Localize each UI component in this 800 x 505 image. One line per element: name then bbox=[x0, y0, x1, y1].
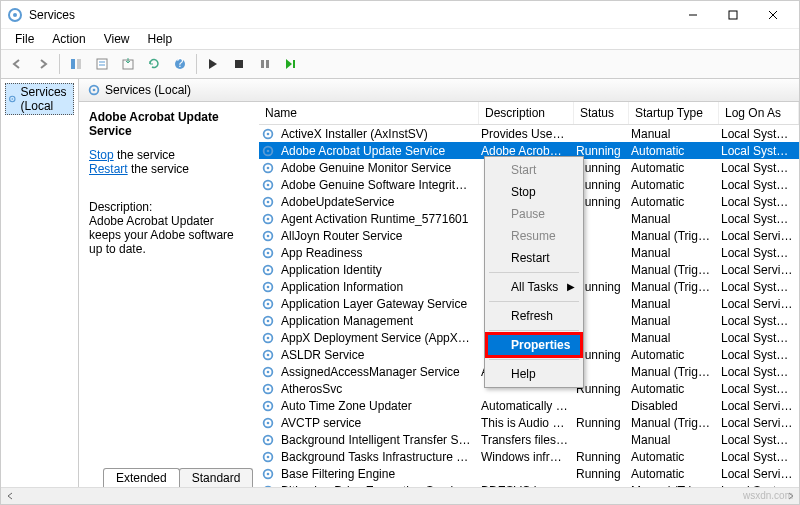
menu-file[interactable]: File bbox=[7, 30, 42, 48]
show-hide-tree-button[interactable] bbox=[64, 52, 88, 76]
svg-point-53 bbox=[267, 387, 270, 390]
tab-standard[interactable]: Standard bbox=[179, 468, 254, 487]
stop-service-button[interactable] bbox=[227, 52, 251, 76]
cell-logon: Local System bbox=[717, 331, 797, 345]
gear-icon bbox=[261, 450, 277, 464]
gear-icon bbox=[261, 297, 277, 311]
gear-icon bbox=[261, 382, 277, 396]
cell-startup: Automatic bbox=[627, 348, 717, 362]
submenu-arrow-icon: ▶ bbox=[567, 281, 575, 292]
cell-logon: Local Service bbox=[717, 297, 797, 311]
ctx-resume[interactable]: Resume bbox=[487, 225, 581, 247]
svg-rect-16 bbox=[266, 60, 269, 68]
maximize-button[interactable] bbox=[713, 1, 753, 29]
cell-name: AtherosSvc bbox=[277, 382, 477, 396]
cell-startup: Manual (Trigg... bbox=[627, 365, 717, 379]
svg-rect-7 bbox=[77, 59, 81, 69]
ctx-properties[interactable]: Properties bbox=[487, 334, 581, 356]
tree-node-label: Services (Local bbox=[21, 85, 71, 113]
ctx-restart[interactable]: Restart bbox=[487, 247, 581, 269]
gear-icon bbox=[261, 365, 277, 379]
service-row[interactable]: AVCTP serviceThis is Audio Vi...RunningM… bbox=[259, 414, 799, 431]
grid-header[interactable]: Name Description Status Startup Type Log… bbox=[259, 102, 799, 125]
refresh-button[interactable] bbox=[142, 52, 166, 76]
cell-name: ASLDR Service bbox=[277, 348, 477, 362]
help-button[interactable]: ? bbox=[168, 52, 192, 76]
service-row[interactable]: Background Tasks Infrastructure ServiceW… bbox=[259, 448, 799, 465]
horizontal-scrollbar[interactable] bbox=[1, 487, 799, 504]
service-row[interactable]: ActiveX Installer (AxInstSV)Provides Use… bbox=[259, 125, 799, 142]
svg-point-21 bbox=[93, 89, 96, 92]
cell-name: AppX Deployment Service (AppXSVC bbox=[277, 331, 477, 345]
cell-status: Running bbox=[572, 467, 627, 481]
scroll-track[interactable] bbox=[18, 487, 782, 504]
ctx-start[interactable]: Start bbox=[487, 159, 581, 181]
service-row[interactable]: Base Filtering EngineRunningAutomaticLoc… bbox=[259, 465, 799, 482]
svg-point-59 bbox=[267, 438, 270, 441]
cell-logon: Local System bbox=[717, 127, 797, 141]
cell-logon: Local Service bbox=[717, 399, 797, 413]
cell-logon: Local System bbox=[717, 161, 797, 175]
col-status[interactable]: Status bbox=[574, 102, 629, 124]
col-name[interactable]: Name bbox=[259, 102, 479, 124]
scroll-left-button[interactable] bbox=[1, 487, 18, 504]
gear-icon bbox=[261, 212, 277, 226]
gear-icon bbox=[261, 314, 277, 328]
menu-view[interactable]: View bbox=[96, 30, 138, 48]
cell-logon: Local System bbox=[717, 246, 797, 260]
svg-point-45 bbox=[267, 319, 270, 322]
svg-point-41 bbox=[267, 285, 270, 288]
cell-name: Application Management bbox=[277, 314, 477, 328]
tab-extended[interactable]: Extended bbox=[103, 468, 180, 487]
minimize-button[interactable] bbox=[673, 1, 713, 29]
cell-startup: Manual bbox=[627, 246, 717, 260]
menu-action[interactable]: Action bbox=[44, 30, 93, 48]
svg-point-23 bbox=[267, 132, 270, 135]
properties-button[interactable] bbox=[90, 52, 114, 76]
pause-service-button[interactable] bbox=[253, 52, 277, 76]
cell-startup: Manual (Trigg... bbox=[627, 263, 717, 277]
col-startup[interactable]: Startup Type bbox=[629, 102, 719, 124]
gear-icon bbox=[8, 92, 17, 106]
svg-point-27 bbox=[267, 166, 270, 169]
details-pane: Services (Local) Adobe Acrobat Update Se… bbox=[79, 79, 799, 487]
gear-icon bbox=[261, 161, 277, 175]
context-menu[interactable]: Start Stop Pause Resume Restart All Task… bbox=[484, 156, 584, 388]
ctx-pause[interactable]: Pause bbox=[487, 203, 581, 225]
restart-service-button[interactable] bbox=[279, 52, 303, 76]
gear-icon bbox=[261, 195, 277, 209]
selected-service-name: Adobe Acrobat Update Service bbox=[89, 110, 249, 138]
service-row[interactable]: Background Intelligent Transfer ServiceT… bbox=[259, 431, 799, 448]
cell-description: Automatically s... bbox=[477, 399, 572, 413]
stop-link[interactable]: Stop bbox=[89, 148, 114, 162]
close-button[interactable] bbox=[753, 1, 793, 29]
cell-description: This is Audio Vi... bbox=[477, 416, 572, 430]
ctx-stop[interactable]: Stop bbox=[487, 181, 581, 203]
svg-text:?: ? bbox=[177, 57, 184, 70]
cell-description: Provides User A... bbox=[477, 127, 572, 141]
cell-startup: Automatic bbox=[627, 450, 717, 464]
back-button[interactable] bbox=[5, 52, 29, 76]
svg-rect-6 bbox=[71, 59, 75, 69]
svg-point-37 bbox=[267, 251, 270, 254]
ctx-help[interactable]: Help bbox=[487, 363, 581, 385]
cell-startup: Automatic bbox=[627, 467, 717, 481]
service-row[interactable]: Auto Time Zone UpdaterAutomatically s...… bbox=[259, 397, 799, 414]
start-service-button[interactable] bbox=[201, 52, 225, 76]
forward-button[interactable] bbox=[31, 52, 55, 76]
restart-link[interactable]: Restart bbox=[89, 162, 128, 176]
cell-name: Base Filtering Engine bbox=[277, 467, 477, 481]
cell-logon: Local System bbox=[717, 144, 797, 158]
col-description[interactable]: Description bbox=[479, 102, 574, 124]
col-logon[interactable]: Log On As bbox=[719, 102, 799, 124]
ctx-separator bbox=[489, 272, 579, 273]
export-button[interactable] bbox=[116, 52, 140, 76]
tree-node-services[interactable]: Services (Local bbox=[5, 83, 74, 115]
tree-pane[interactable]: Services (Local bbox=[1, 79, 79, 487]
ctx-refresh[interactable]: Refresh bbox=[487, 305, 581, 327]
stop-link-line: Stop the service bbox=[89, 148, 249, 162]
view-tabs[interactable]: Extended Standard bbox=[103, 467, 252, 487]
menu-help[interactable]: Help bbox=[140, 30, 181, 48]
ctx-all-tasks[interactable]: All Tasks▶ bbox=[487, 276, 581, 298]
cell-name: AllJoyn Router Service bbox=[277, 229, 477, 243]
